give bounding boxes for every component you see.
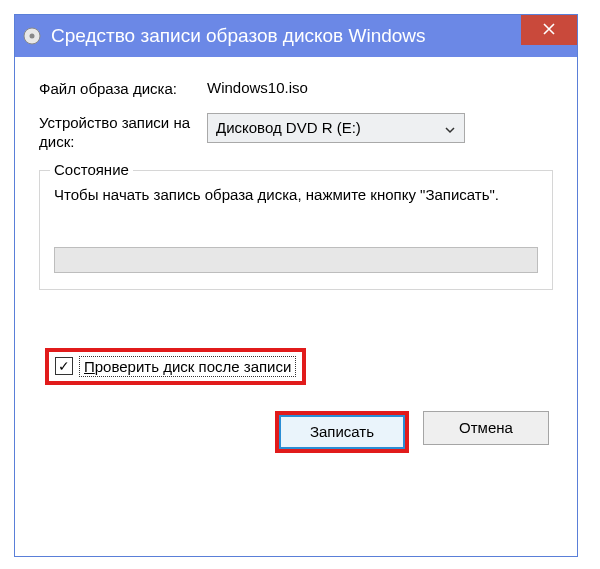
image-file-label: Файл образа диска: <box>39 79 207 99</box>
verify-checkbox[interactable]: ✓ <box>55 357 73 375</box>
button-row: Записать Отмена <box>39 411 553 453</box>
titlebar: Средство записи образов дисков Windows <box>15 15 577 57</box>
svg-point-1 <box>30 34 35 39</box>
close-icon <box>543 21 555 39</box>
status-text: Чтобы начать запись образа диска, нажмит… <box>54 185 538 205</box>
verify-row: ✓ Проверить диск после записи <box>39 342 553 391</box>
cancel-button[interactable]: Отмена <box>423 411 549 445</box>
burner-select-value: Дисковод DVD R (E:) <box>216 119 361 136</box>
highlight-burn: Записать <box>275 411 409 453</box>
progress-bar <box>54 247 538 273</box>
image-file-row: Файл образа диска: Windows10.iso <box>39 79 553 99</box>
image-file-value: Windows10.iso <box>207 79 553 96</box>
verify-label[interactable]: Проверить диск после записи <box>79 356 296 377</box>
burner-row: Устройство записи на диск: Дисковод DVD … <box>39 113 553 152</box>
status-fieldset: Состояние Чтобы начать запись образа дис… <box>39 170 553 290</box>
window-title: Средство записи образов дисков Windows <box>51 25 577 47</box>
burner-select[interactable]: Дисковод DVD R (E:) <box>207 113 465 143</box>
close-button[interactable] <box>521 15 577 45</box>
disc-burner-icon <box>23 27 41 45</box>
status-legend: Состояние <box>50 161 133 178</box>
burner-label: Устройство записи на диск: <box>39 113 207 152</box>
chevron-down-icon <box>444 122 456 134</box>
dialog-window: Средство записи образов дисков Windows Ф… <box>14 14 578 557</box>
client-area: Файл образа диска: Windows10.iso Устройс… <box>15 57 577 467</box>
highlight-verify: ✓ Проверить диск после записи <box>45 348 306 385</box>
burn-button[interactable]: Записать <box>279 415 405 449</box>
